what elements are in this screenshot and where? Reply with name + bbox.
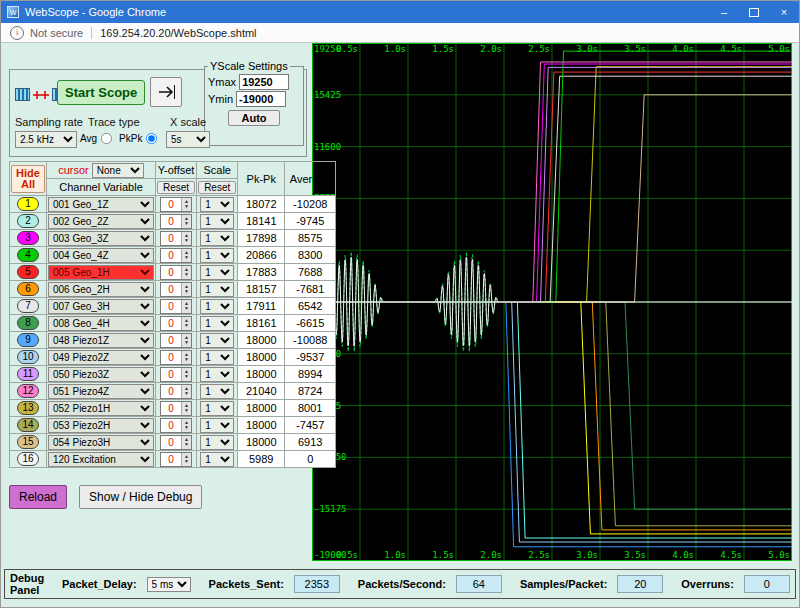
spinner-arrows-icon[interactable]: ▲▼ — [181, 385, 191, 398]
maximize-icon[interactable] — [739, 1, 769, 23]
channel-number-badge[interactable]: 9 — [17, 333, 39, 347]
channel-variable-select[interactable]: 049 Piezo2Z — [48, 350, 154, 365]
y-offset-input[interactable]: 0▲▼ — [160, 282, 192, 297]
spinner-arrows-icon[interactable]: ▲▼ — [181, 419, 191, 432]
address-bar[interactable]: i Not secure 169.254.20.20/WebScope.shtm… — [1, 23, 799, 43]
y-offset-input[interactable]: 0▲▼ — [160, 248, 192, 263]
y-offset-input[interactable]: 0▲▼ — [160, 435, 192, 450]
channel-variable-select[interactable]: 007 Geo_3H — [48, 299, 154, 314]
channel-number-badge[interactable]: 5 — [17, 265, 39, 279]
y-offset-input[interactable]: 0▲▼ — [160, 333, 192, 348]
spinner-arrows-icon[interactable]: ▲▼ — [181, 215, 191, 228]
scale-select[interactable]: 1 — [200, 231, 234, 246]
scale-select[interactable]: 1 — [200, 350, 234, 365]
channel-number-badge[interactable]: 14 — [17, 418, 39, 432]
channel-number-badge[interactable]: 8 — [17, 316, 39, 330]
scale-select[interactable]: 1 — [200, 214, 234, 229]
y-offset-input[interactable]: 0▲▼ — [160, 452, 192, 467]
channel-variable-select[interactable]: 053 Piezo2H — [48, 418, 154, 433]
channel-number-badge[interactable]: 13 — [17, 401, 39, 415]
spinner-arrows-icon[interactable]: ▲▼ — [181, 249, 191, 262]
channel-number-badge[interactable]: 11 — [17, 367, 39, 381]
y-offset-input[interactable]: 0▲▼ — [160, 231, 192, 246]
url-text[interactable]: 169.254.20.20/WebScope.shtml — [91, 27, 256, 39]
channel-number-badge[interactable]: 12 — [17, 384, 39, 398]
channel-variable-select[interactable]: 001 Geo_1Z — [48, 197, 154, 212]
enter-scope-icon-button[interactable] — [150, 77, 182, 107]
packet-delay-select[interactable]: 5 ms — [147, 577, 191, 592]
spinner-arrows-icon[interactable]: ▲▼ — [181, 453, 191, 466]
channel-variable-select[interactable]: 051 Piezo4Z — [48, 384, 154, 399]
channel-number-badge[interactable]: 7 — [17, 299, 39, 313]
channel-number-badge[interactable]: 10 — [17, 350, 39, 364]
cursor-select[interactable]: None — [92, 163, 144, 178]
info-icon[interactable]: i — [10, 26, 24, 40]
scale-select[interactable]: 1 — [200, 384, 234, 399]
scale-select[interactable]: 1 — [200, 418, 234, 433]
channel-variable-select[interactable]: 004 Geo_4Z — [48, 248, 154, 263]
close-icon[interactable]: × — [769, 1, 799, 23]
y-offset-input[interactable]: 0▲▼ — [160, 265, 192, 280]
y-offset-input[interactable]: 0▲▼ — [160, 367, 192, 382]
scale-select[interactable]: 1 — [200, 282, 234, 297]
spinner-arrows-icon[interactable]: ▲▼ — [181, 266, 191, 279]
channel-number-badge[interactable]: 16 — [17, 452, 39, 466]
scale-select[interactable]: 1 — [200, 197, 234, 212]
spinner-arrows-icon[interactable]: ▲▼ — [181, 198, 191, 211]
spinner-arrows-icon[interactable]: ▲▼ — [181, 334, 191, 347]
channel-variable-select[interactable]: 003 Geo_3Z — [48, 231, 154, 246]
ymax-input[interactable] — [239, 74, 289, 90]
xscale-select[interactable]: 5s — [166, 131, 210, 148]
spinner-arrows-icon[interactable]: ▲▼ — [181, 317, 191, 330]
channel-variable-select[interactable]: 052 Piezo1H — [48, 401, 154, 416]
y-offset-input[interactable]: 0▲▼ — [160, 299, 192, 314]
trace-avg-radio[interactable] — [101, 133, 112, 144]
y-offset-input[interactable]: 0▲▼ — [160, 418, 192, 433]
show-hide-debug-button[interactable]: Show / Hide Debug — [79, 485, 202, 509]
spinner-arrows-icon[interactable]: ▲▼ — [181, 232, 191, 245]
minimize-icon[interactable]: – — [709, 1, 739, 23]
channel-number-badge[interactable]: 1 — [17, 197, 39, 211]
hide-all-button[interactable]: Hide All — [11, 165, 45, 193]
scale-select[interactable]: 1 — [200, 452, 234, 467]
channel-variable-select[interactable]: 050 Piezo3Z — [48, 367, 154, 382]
scale-select[interactable]: 1 — [200, 299, 234, 314]
trace-marker-icon[interactable] — [33, 89, 49, 101]
y-offset-input[interactable]: 0▲▼ — [160, 214, 192, 229]
spinner-arrows-icon[interactable]: ▲▼ — [181, 283, 191, 296]
channel-variable-select[interactable]: 006 Geo_2H — [48, 282, 154, 297]
channel-variable-select[interactable]: 048 Piezo1Z — [48, 333, 154, 348]
reload-button[interactable]: Reload — [9, 485, 67, 509]
scale-select[interactable]: 1 — [200, 248, 234, 263]
channel-variable-select[interactable]: 054 Piezo3H — [48, 435, 154, 450]
scale-select[interactable]: 1 — [200, 265, 234, 280]
scale-select[interactable]: 1 — [200, 333, 234, 348]
scale-select[interactable]: 1 — [200, 367, 234, 382]
channel-number-badge[interactable]: 2 — [17, 214, 39, 228]
scale-select[interactable]: 1 — [200, 435, 234, 450]
auto-scale-button[interactable]: Auto — [228, 110, 279, 126]
y-offset-input[interactable]: 0▲▼ — [160, 197, 192, 212]
spinner-arrows-icon[interactable]: ▲▼ — [181, 402, 191, 415]
channel-variable-select[interactable]: 120 Excitation — [48, 452, 154, 467]
channel-number-badge[interactable]: 4 — [17, 248, 39, 262]
spinner-arrows-icon[interactable]: ▲▼ — [181, 368, 191, 381]
channel-variable-select[interactable]: 002 Geo_2Z — [48, 214, 154, 229]
spinner-arrows-icon[interactable]: ▲▼ — [181, 300, 191, 313]
scale-reset-button[interactable]: Reset — [198, 181, 236, 194]
channel-variable-select[interactable]: 008 Geo_4H — [48, 316, 154, 331]
sampling-rate-select[interactable]: 2.5 kHz — [15, 131, 77, 148]
channel-variable-select[interactable]: 005 Geo_1H — [48, 265, 154, 280]
spinner-arrows-icon[interactable]: ▲▼ — [181, 436, 191, 449]
ymin-input[interactable] — [236, 91, 286, 107]
spinner-arrows-icon[interactable]: ▲▼ — [181, 351, 191, 364]
channel-number-badge[interactable]: 15 — [17, 435, 39, 449]
y-offset-input[interactable]: 0▲▼ — [160, 401, 192, 416]
scale-select[interactable]: 1 — [200, 316, 234, 331]
start-scope-button[interactable]: Start Scope — [57, 80, 145, 105]
channel-number-badge[interactable]: 3 — [17, 231, 39, 245]
trace-pkpk-radio[interactable] — [146, 133, 157, 144]
y-offset-input[interactable]: 0▲▼ — [160, 384, 192, 399]
yoffset-reset-button[interactable]: Reset — [157, 181, 195, 194]
scale-select[interactable]: 1 — [200, 401, 234, 416]
